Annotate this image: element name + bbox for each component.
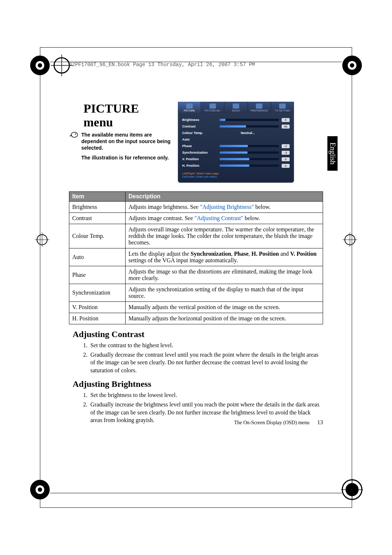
osd-label: Contrast — [182, 125, 217, 128]
osd-label: Colour Temp. — [182, 131, 217, 135]
osd-panel: PICTURE PICTURE AD. AUDIO PREFERENCE TV … — [178, 102, 294, 183]
osd-slider[interactable] — [220, 165, 279, 167]
cross-reference-link[interactable]: "Adjusting Contrast" — [195, 215, 243, 221]
table-row: BrightnessAdjusts image brightness. See … — [69, 202, 323, 213]
description-table: Item Description BrightnessAdjusts image… — [69, 191, 323, 324]
table-cell-description: Adjusts image brightness. See "Adjusting… — [126, 202, 323, 213]
registration-mark-icon — [343, 232, 357, 247]
osd-hint-2: OK/Down: Enter sub menu. — [178, 175, 294, 180]
osd-label: H. Position — [182, 164, 217, 167]
table-row: V. PositionManually adjusts the vertical… — [69, 302, 323, 313]
note-text-2: The illustration is for reference only. — [81, 154, 171, 161]
osd-row-v-position[interactable]: V. Position0 — [182, 156, 290, 162]
osd-slider[interactable] — [220, 145, 279, 147]
page-title: PICTURE menu — [83, 102, 171, 129]
section-adjusting-brightness: Adjusting Brightness — [73, 379, 323, 389]
contrast-steps: Set the contrast to the highest level.Gr… — [89, 341, 323, 374]
osd-tab-bar: PICTURE PICTURE AD. AUDIO PREFERENCE TV … — [178, 102, 294, 113]
osd-label: Auto — [182, 138, 217, 141]
registration-mark-icon — [341, 54, 363, 76]
table-cell-description: Adjusts the image so that the distortion… — [126, 266, 323, 284]
note-text-1: The available menu items are dependent o… — [81, 131, 171, 151]
table-head-item: Item — [69, 192, 126, 202]
osd-row-auto[interactable]: Auto — [182, 136, 290, 143]
osd-row-contrast[interactable]: Contrast40 — [182, 123, 290, 130]
osd-value: 0 — [282, 157, 290, 161]
table-row: ContrastAdjusts image contrast. See "Adj… — [69, 213, 323, 224]
osd-label: Brightness — [182, 118, 217, 122]
list-item: Gradually decrease the contrast level un… — [89, 351, 323, 374]
table-row: PhaseAdjusts the image so that the disto… — [69, 266, 323, 284]
osd-slider[interactable] — [220, 158, 279, 160]
table-cell-description: Manually adjusts the vertical position o… — [126, 302, 323, 313]
osd-row-synchronization[interactable]: Synchronization-3 — [182, 149, 290, 156]
table-cell-item: Colour Temp. — [69, 224, 126, 248]
table-row: SynchronizationAdjusts the synchronizati… — [69, 284, 323, 302]
svg-point-8 — [350, 63, 354, 68]
svg-point-23 — [75, 134, 76, 135]
bookmark-filename: 32PF1700T_96_EN.book Page 13 Thursday, A… — [69, 62, 255, 68]
osd-tab-tv-setting[interactable]: TV SETTING — [271, 102, 294, 113]
osd-row-h-position[interactable]: H. Position0 — [182, 162, 290, 169]
osd-text-value: Neutral... — [217, 131, 290, 135]
table-cell-item: Brightness — [69, 202, 126, 213]
list-item: Set the contrast to the highest level. — [89, 341, 323, 349]
table-cell-description: Lets the display adjust the Synchronizat… — [126, 248, 323, 266]
language-tab: English — [327, 136, 338, 171]
osd-value: 40 — [282, 125, 290, 129]
registration-mark-icon — [29, 479, 51, 501]
registration-mark-icon — [341, 479, 363, 501]
audio-icon — [233, 104, 239, 109]
osd-value: -2 — [282, 144, 290, 148]
page-number: 13 — [317, 419, 323, 425]
osd-slider[interactable] — [220, 125, 279, 127]
registration-mark-icon — [29, 54, 51, 76]
osd-tab-audio[interactable]: AUDIO — [224, 102, 248, 113]
cross-reference-link[interactable]: "Adjusting Brightness" — [200, 204, 254, 210]
osd-label: V. Position — [182, 157, 217, 161]
language-tab-label: English — [328, 142, 337, 165]
table-cell-description: Adjusts image contrast. See "Adjusting C… — [126, 213, 323, 224]
svg-point-22 — [71, 132, 78, 137]
table-cell-item: Auto — [69, 248, 126, 266]
osd-hint-1: Left/Right: Select main page. — [178, 170, 294, 175]
table-cell-item: Contrast — [69, 213, 126, 224]
osd-slider[interactable] — [220, 119, 279, 121]
osd-value: 5 — [282, 118, 290, 122]
picture-ad-icon — [209, 104, 216, 109]
table-cell-item: H. Position — [69, 313, 126, 324]
table-row: H. PositionManually adjusts the horizont… — [69, 313, 323, 324]
registration-mark-icon — [35, 232, 49, 247]
preference-icon — [256, 104, 262, 109]
tv-setting-icon — [279, 104, 286, 109]
osd-tab-picture[interactable]: PICTURE — [178, 102, 201, 113]
list-item: Set the brightness to the lowest level. — [89, 391, 323, 399]
svg-point-11 — [38, 487, 42, 492]
table-row: AutoLets the display adjust the Synchron… — [69, 248, 323, 266]
section-adjusting-contrast: Adjusting Contrast — [73, 329, 323, 339]
table-cell-item: Phase — [69, 266, 126, 284]
table-cell-item: Synchronization — [69, 284, 126, 302]
table-cell-description: Manually adjusts the horizontal position… — [126, 313, 323, 324]
table-cell-description: Adjusts overall image color temperature.… — [126, 224, 323, 248]
osd-tab-preference[interactable]: PREFERENCE — [248, 102, 271, 113]
osd-value: -3 — [282, 151, 290, 155]
osd-tab-picture-ad[interactable]: PICTURE AD. — [201, 102, 224, 113]
table-head-description: Description — [126, 192, 323, 202]
osd-label: Synchronization — [182, 151, 217, 154]
page-footer: The On-Screen Display (OSD) menu 13 — [234, 412, 323, 426]
osd-slider[interactable] — [220, 151, 279, 154]
crop-line-bottom — [50, 493, 342, 493]
osd-row-phase[interactable]: Phase-2 — [182, 143, 290, 149]
osd-row-colour-temp-[interactable]: Colour Temp.Neutral... — [182, 130, 290, 136]
picture-icon — [186, 104, 193, 109]
svg-point-2 — [38, 63, 42, 68]
footer-section-title: The On-Screen Display (OSD) menu — [234, 420, 310, 425]
osd-row-brightness[interactable]: Brightness5 — [182, 117, 290, 123]
note-icon — [69, 131, 78, 139]
table-row: Colour Temp.Adjusts overall image color … — [69, 224, 323, 248]
osd-value: 0 — [282, 164, 290, 168]
table-cell-item: V. Position — [69, 302, 126, 313]
table-cell-description: Adjusts the synchronization setting of t… — [126, 284, 323, 302]
osd-label: Phase — [182, 144, 217, 148]
